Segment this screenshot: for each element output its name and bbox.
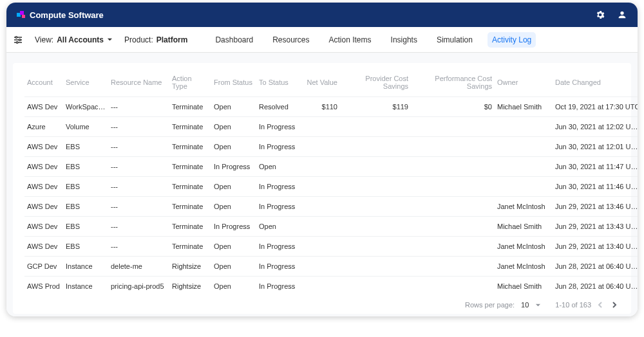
app-header: Compute Software bbox=[6, 3, 638, 27]
cell-account: AWS Dev bbox=[24, 137, 63, 157]
cell-service: EBS bbox=[63, 137, 108, 157]
tab-action-items[interactable]: Action Items bbox=[325, 32, 376, 48]
next-page-button[interactable] bbox=[611, 302, 617, 308]
brand-logo-icon bbox=[17, 10, 26, 19]
table-row[interactable]: AWS DevEBS---TerminateOpenIn ProgressJan… bbox=[24, 237, 638, 257]
rows-per-page-value: 10 bbox=[521, 301, 529, 309]
col-provider-cost-savings[interactable]: Provider Cost Savings bbox=[340, 69, 411, 97]
svg-rect-2 bbox=[22, 15, 25, 18]
tab-dashboard[interactable]: Dashboard bbox=[211, 32, 258, 48]
cell-to: Resolved bbox=[256, 97, 301, 117]
col-to-status[interactable]: To Status bbox=[256, 69, 301, 97]
filter-toggle-icon[interactable] bbox=[13, 35, 23, 45]
cell-action: Terminate bbox=[169, 197, 211, 217]
col-service[interactable]: Service bbox=[63, 69, 108, 97]
cell-perf bbox=[411, 217, 495, 237]
col-owner[interactable]: Owner bbox=[495, 69, 553, 97]
table-row[interactable]: AWS DevWorkSpaces---TerminateOpenResolve… bbox=[24, 97, 638, 117]
col-action-type[interactable]: Action Type bbox=[169, 69, 211, 97]
gear-icon[interactable] bbox=[595, 10, 605, 20]
cell-resource: --- bbox=[108, 137, 169, 157]
cell-service: EBS bbox=[63, 237, 108, 257]
svg-point-6 bbox=[15, 36, 17, 38]
cell-resource: --- bbox=[108, 197, 169, 217]
cell-perf bbox=[411, 197, 495, 217]
col-performance-cost-savings[interactable]: Performance Cost Savings bbox=[411, 69, 495, 97]
cell-from: Open bbox=[211, 197, 256, 217]
cell-from: Open bbox=[211, 277, 256, 296]
cell-action: Rightsize bbox=[169, 277, 211, 296]
cell-to: In Progress bbox=[256, 257, 301, 277]
cell-service: EBS bbox=[63, 177, 108, 197]
product-label: Product: bbox=[124, 35, 153, 44]
cell-action: Rightsize bbox=[169, 257, 211, 277]
cell-from: Open bbox=[211, 257, 256, 277]
cell-to: In Progress bbox=[256, 237, 301, 257]
cell-to: In Progress bbox=[256, 177, 301, 197]
cell-net bbox=[301, 157, 340, 177]
cell-to: Open bbox=[256, 157, 301, 177]
cell-owner bbox=[495, 177, 553, 197]
cell-perf bbox=[411, 237, 495, 257]
cell-from: Open bbox=[211, 137, 256, 157]
table-row[interactable]: AWS DevEBS---TerminateIn ProgressOpenMic… bbox=[24, 217, 638, 237]
brand-block: Compute Software bbox=[17, 10, 104, 20]
user-icon[interactable] bbox=[617, 10, 627, 20]
cell-date: Jun 30, 2021 at 12:01 UTC bbox=[553, 137, 638, 157]
view-selector[interactable]: View: All Accounts bbox=[35, 35, 113, 44]
table-row[interactable]: AWS DevEBS---TerminateIn ProgressOpenJun… bbox=[24, 157, 638, 177]
tab-simulation[interactable]: Simulation bbox=[432, 32, 477, 48]
cell-action: Terminate bbox=[169, 97, 211, 117]
cell-account: AWS Dev bbox=[24, 97, 63, 117]
cell-owner: Janet McIntosh bbox=[495, 197, 553, 217]
cell-provider bbox=[340, 217, 411, 237]
cell-to: In Progress bbox=[256, 117, 301, 137]
col-date-changed[interactable]: Date Changed bbox=[553, 69, 638, 97]
table-row[interactable]: AWS DevEBS---TerminateOpenIn ProgressJun… bbox=[24, 137, 638, 157]
pagination-bar: Rows per page: 10 1-10 of 163 bbox=[24, 296, 620, 310]
tab-insights[interactable]: Insights bbox=[386, 32, 422, 48]
table-body: AWS DevWorkSpaces---TerminateOpenResolve… bbox=[24, 97, 638, 296]
cell-account: AWS Dev bbox=[24, 177, 63, 197]
tab-resources[interactable]: Resources bbox=[268, 32, 314, 48]
table-row[interactable]: AWS ProdInstancepricing-api-prod5Rightsi… bbox=[24, 277, 638, 296]
cell-net bbox=[301, 197, 340, 217]
cell-to: In Progress bbox=[256, 277, 301, 296]
table-row[interactable]: AWS DevEBS---TerminateOpenIn ProgressJun… bbox=[24, 177, 638, 197]
cell-perf bbox=[411, 117, 495, 137]
cell-account: Azure bbox=[24, 117, 63, 137]
product-selector[interactable]: Product: Platform bbox=[124, 35, 187, 44]
prev-page-button[interactable] bbox=[598, 302, 604, 308]
cell-action: Terminate bbox=[169, 177, 211, 197]
cell-provider bbox=[340, 277, 411, 296]
tab-activity-log[interactable]: Activity Log bbox=[488, 32, 536, 48]
svg-point-8 bbox=[16, 41, 18, 43]
cell-service: Instance bbox=[63, 257, 108, 277]
cell-provider bbox=[340, 237, 411, 257]
table-row[interactable]: AzureVolume---TerminateOpenIn ProgressJu… bbox=[24, 117, 638, 137]
svg-point-7 bbox=[19, 39, 21, 41]
cell-from: Open bbox=[211, 237, 256, 257]
cell-perf bbox=[411, 257, 495, 277]
col-account[interactable]: Account bbox=[24, 69, 63, 97]
col-resource-name[interactable]: Resource Name bbox=[108, 69, 169, 97]
table-header-row: AccountServiceResource NameAction TypeFr… bbox=[24, 69, 638, 97]
cell-perf bbox=[411, 277, 495, 296]
cell-owner: Michael Smith bbox=[495, 277, 553, 296]
cell-account: GCP Dev bbox=[24, 257, 63, 277]
col-from-status[interactable]: From Status bbox=[211, 69, 256, 97]
cell-owner: Michael Smith bbox=[495, 97, 553, 117]
table-row[interactable]: AWS DevEBS---TerminateOpenIn ProgressJan… bbox=[24, 197, 638, 217]
cell-resource: --- bbox=[108, 157, 169, 177]
cell-date: Jun 29, 2021 at 13:46 UTC bbox=[553, 197, 638, 217]
cell-account: AWS Dev bbox=[24, 237, 63, 257]
product-value: Platform bbox=[156, 35, 188, 44]
cell-from: In Progress bbox=[211, 217, 256, 237]
cell-date: Jun 30, 2021 at 11:46 UTC bbox=[553, 177, 638, 197]
cell-service: WorkSpaces bbox=[63, 97, 108, 117]
cell-owner: Janet McIntosh bbox=[495, 257, 553, 277]
svg-rect-1 bbox=[20, 11, 24, 15]
col-net-value[interactable]: Net Value bbox=[301, 69, 340, 97]
table-row[interactable]: GCP DevInstancedelete-meRightsizeOpenIn … bbox=[24, 257, 638, 277]
rows-per-page[interactable]: Rows per page: 10 bbox=[465, 301, 541, 309]
